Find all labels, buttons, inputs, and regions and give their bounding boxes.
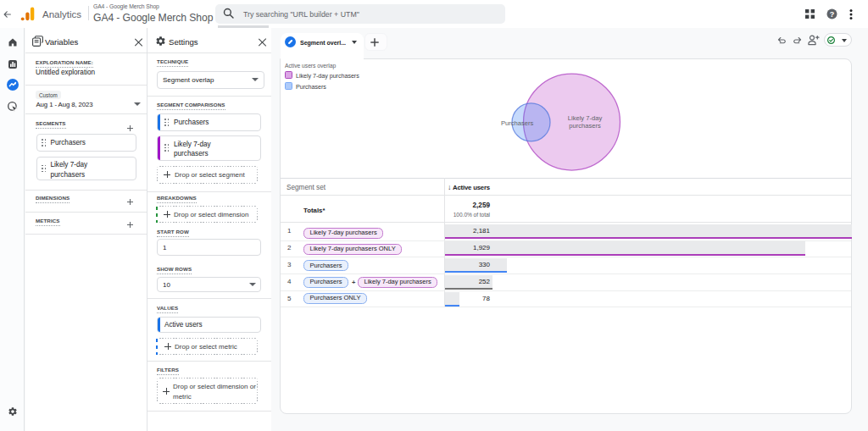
svg-text:?: ? — [830, 10, 835, 19]
